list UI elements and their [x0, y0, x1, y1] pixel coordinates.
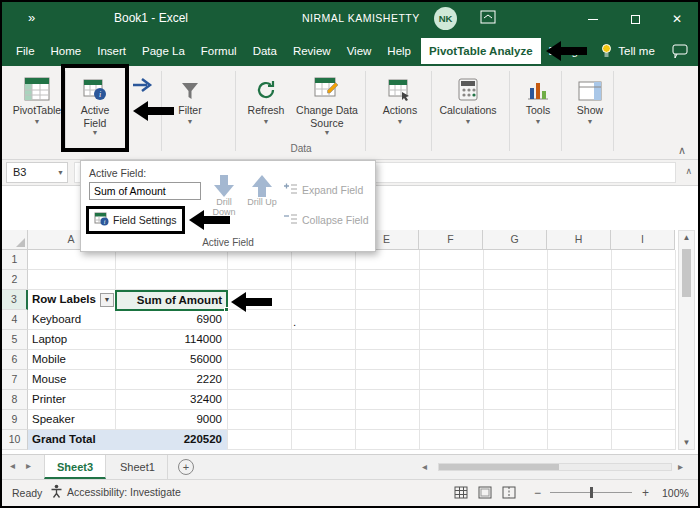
- column-header-g[interactable]: G: [483, 230, 547, 250]
- close-button[interactable]: ✕: [656, 2, 698, 36]
- zoom-level[interactable]: 100%: [662, 487, 689, 499]
- cell-a3-row-labels[interactable]: Row Labels ▼: [28, 290, 115, 310]
- cell-a8[interactable]: Printer: [28, 390, 115, 410]
- show-icon: [578, 71, 602, 101]
- cell-a7[interactable]: Mouse: [28, 370, 115, 390]
- field-settings-icon: i: [94, 212, 109, 228]
- row-header-5[interactable]: 5: [2, 330, 28, 350]
- cell-b3-selected[interactable]: Sum of Amount: [115, 290, 228, 311]
- tab-formulas[interactable]: Formul: [193, 38, 245, 64]
- row-labels-filter-button[interactable]: ▼: [100, 293, 114, 307]
- cell-b5[interactable]: 114000: [115, 330, 227, 350]
- cell-a9[interactable]: Speaker: [28, 410, 115, 430]
- filter-button[interactable]: Filter ▼: [168, 71, 212, 126]
- zoom-out-button[interactable]: −: [534, 486, 541, 500]
- field-settings-button[interactable]: i Field Settings: [91, 211, 180, 229]
- tab-pivottable-analyze[interactable]: PivotTable Analyze: [421, 38, 541, 64]
- new-sheet-button[interactable]: +: [178, 459, 194, 475]
- cell-d4-dot[interactable]: .: [293, 316, 389, 328]
- cell-a5[interactable]: Laptop: [28, 330, 115, 350]
- tab-insert[interactable]: Insert: [89, 38, 134, 64]
- scroll-down-icon[interactable]: ▼: [679, 438, 694, 447]
- drill-arrow-icon[interactable]: [132, 78, 154, 96]
- calculations-button[interactable]: Calculations ▼: [434, 71, 502, 126]
- horizontal-scroll-thumb[interactable]: [439, 464, 559, 470]
- page-break-view-button[interactable]: [502, 486, 516, 501]
- cell-b4[interactable]: 6900: [115, 310, 227, 330]
- row-header-9[interactable]: 9: [2, 410, 28, 430]
- actions-button[interactable]: Actions ▼: [374, 71, 426, 126]
- zoom-in-button[interactable]: +: [642, 486, 649, 500]
- row-header-7[interactable]: 7: [2, 370, 28, 390]
- name-box[interactable]: B3 ▼: [6, 162, 68, 183]
- minimize-button[interactable]: [572, 2, 614, 36]
- tab-view[interactable]: View: [339, 38, 380, 64]
- vertical-scrollbar[interactable]: ▲ ▼: [678, 230, 695, 450]
- drill-up-icon: [252, 175, 272, 187]
- cell-a4[interactable]: Keyboard: [28, 310, 115, 330]
- cell-b10-grand-total-value[interactable]: 220520: [115, 430, 227, 450]
- chevron-down-icon: ▼: [187, 118, 194, 126]
- annotation-arrow-active-field: [133, 101, 174, 121]
- column-header-i[interactable]: I: [611, 230, 675, 250]
- sheet-nav-right-icon[interactable]: ▸: [26, 460, 31, 471]
- change-data-source-button[interactable]: Change Data Source ▼: [294, 71, 360, 138]
- refresh-button[interactable]: Refresh ▼: [242, 71, 290, 126]
- filter-funnel-icon: [180, 71, 200, 101]
- row-header-6[interactable]: 6: [2, 350, 28, 370]
- row-header-1[interactable]: 1: [2, 250, 28, 270]
- tab-page-layout[interactable]: Page La: [134, 38, 193, 64]
- row-header-10[interactable]: 10: [2, 430, 28, 450]
- cell-b8[interactable]: 32400: [115, 390, 227, 410]
- feedback-comment-icon[interactable]: [672, 44, 688, 61]
- cell-b7[interactable]: 2220: [115, 370, 227, 390]
- horizontal-scrollbar[interactable]: [438, 463, 672, 471]
- page-layout-view-button[interactable]: [478, 486, 492, 501]
- row-header-4[interactable]: 4: [2, 310, 28, 330]
- tell-me-button[interactable]: Tell me: [592, 43, 662, 60]
- accessibility-checker[interactable]: Accessibility: Investigate: [50, 484, 181, 500]
- show-button[interactable]: Show ▼: [568, 71, 612, 126]
- tab-home[interactable]: Home: [43, 38, 90, 64]
- select-all-corner[interactable]: [2, 230, 28, 250]
- ribbon-display-options-icon[interactable]: [480, 10, 496, 28]
- quick-access-toolbar-chevron[interactable]: »: [28, 10, 35, 25]
- avatar[interactable]: NK: [434, 7, 457, 30]
- row-header-8[interactable]: 8: [2, 390, 28, 410]
- tab-review[interactable]: Review: [285, 38, 339, 64]
- cell-a10-grand-total[interactable]: Grand Total: [28, 430, 115, 450]
- ribbon: PivotTable ▼ i Active Field ▼ Filter ▼: [2, 66, 698, 160]
- maximize-icon: [631, 15, 640, 24]
- maximize-button[interactable]: [614, 2, 656, 36]
- cell-a6[interactable]: Mobile: [28, 350, 115, 370]
- cell-b9[interactable]: 9000: [115, 410, 227, 430]
- scroll-up-icon[interactable]: ▲: [679, 233, 694, 242]
- pivottable-button[interactable]: PivotTable ▼: [10, 71, 64, 126]
- sheet-tab-sheet3[interactable]: Sheet3: [44, 455, 106, 479]
- column-header-f[interactable]: F: [419, 230, 483, 250]
- status-mode: Ready: [12, 487, 42, 499]
- row-header-2[interactable]: 2: [2, 270, 28, 290]
- hscroll-right-icon[interactable]: ▸: [678, 461, 683, 472]
- cell-b6[interactable]: 56000: [115, 350, 227, 370]
- sheet-tab-sheet1[interactable]: Sheet1: [108, 455, 168, 479]
- zoom-slider-handle[interactable]: [590, 487, 593, 498]
- column-header-h[interactable]: H: [547, 230, 611, 250]
- sheet-nav-left-icon[interactable]: ◂: [10, 460, 15, 471]
- vertical-scroll-thumb[interactable]: [682, 249, 691, 297]
- normal-view-button[interactable]: [454, 486, 468, 501]
- tab-help[interactable]: Help: [379, 38, 419, 64]
- tab-data[interactable]: Data: [245, 38, 285, 64]
- collapse-ribbon-chevron[interactable]: ∧: [678, 144, 686, 157]
- drill-up-button: Drill Up: [245, 175, 279, 207]
- formula-bar-expand-chevron[interactable]: ∧: [685, 166, 692, 176]
- collapse-field-icon: [283, 213, 298, 227]
- tab-file[interactable]: File: [8, 38, 43, 64]
- hscroll-left-icon[interactable]: ◂: [422, 461, 427, 472]
- active-field-button[interactable]: i Active Field ▼: [68, 71, 122, 145]
- active-field-input[interactable]: [89, 182, 201, 200]
- sheet-tab-bar: ◂ ▸ Sheet3 Sheet1 + ◂ ▸: [2, 454, 698, 479]
- row-header-3[interactable]: 3: [2, 290, 28, 310]
- tools-button[interactable]: Tools ▼: [516, 71, 560, 126]
- user-name[interactable]: NIRMAL KAMISHETTY: [302, 12, 420, 24]
